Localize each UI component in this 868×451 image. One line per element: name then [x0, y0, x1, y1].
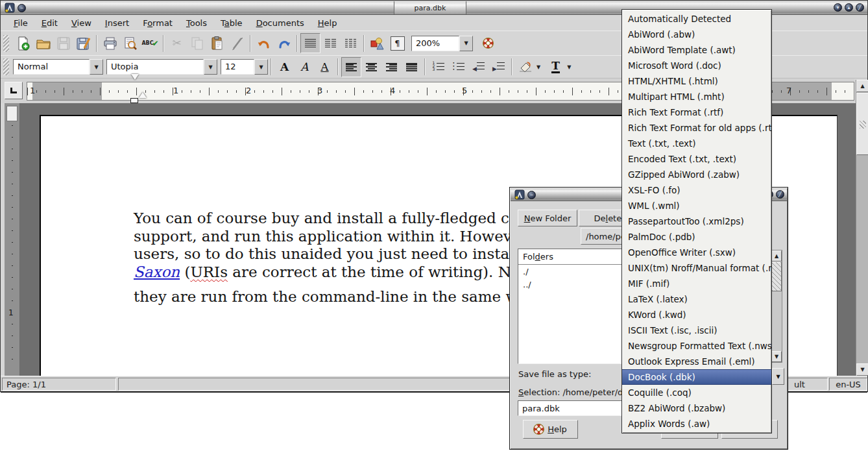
window-menu-button[interactable]: ‒: [18, 4, 26, 12]
align-center-button[interactable]: [361, 57, 381, 77]
dialog-window-menu-button[interactable]: ‒: [527, 191, 536, 199]
highlight-color-button[interactable]: [515, 57, 535, 77]
highlight-dropdown-arrow[interactable]: ▼: [536, 64, 540, 70]
menubar-item[interactable]: Edit: [35, 17, 65, 29]
scroll-up-button[interactable]: ▲: [856, 80, 868, 92]
one-column-view-button[interactable]: [300, 33, 320, 53]
dialog-close-button[interactable]: ╱: [776, 190, 784, 199]
menubar-item[interactable]: Tools: [180, 17, 214, 29]
format-menu-item[interactable]: Outlook Express Email (.eml): [622, 354, 771, 369]
format-menu-item[interactable]: PassepartoutToo (.xml2ps): [622, 213, 771, 229]
menubar-item[interactable]: Documents: [250, 17, 311, 29]
bold-button[interactable]: A: [274, 57, 295, 77]
underline-button[interactable]: A: [315, 57, 335, 77]
decrease-indent-button[interactable]: ◀: [468, 57, 488, 77]
format-menu-item[interactable]: Text (.txt, .text): [622, 136, 771, 151]
menubar-item[interactable]: Table: [214, 17, 250, 29]
saxon-hyperlink[interactable]: Saxon: [134, 263, 180, 280]
align-justify-button[interactable]: [402, 57, 422, 77]
copy-button[interactable]: [187, 33, 207, 53]
dialog-help-button[interactable]: Help: [523, 420, 578, 439]
format-menu-item[interactable]: Encoded Text (.txt, .text): [622, 151, 771, 167]
open-file-button[interactable]: [33, 33, 53, 53]
save-button[interactable]: [53, 33, 73, 53]
format-menu-item[interactable]: Rich Text Format (.rtf): [622, 104, 771, 120]
menubar-item[interactable]: Help: [311, 17, 344, 29]
format-menu-item[interactable]: Applix Words (.aw): [622, 416, 771, 432]
format-menu-item[interactable]: Microsoft Word (.doc): [622, 58, 771, 73]
save-as-button[interactable]: [73, 33, 93, 53]
stylus-button[interactable]: [227, 33, 247, 53]
format-menu-item[interactable]: Automatically Detected: [622, 11, 771, 27]
insert-graphic-button[interactable]: [367, 33, 387, 53]
toolbar-grip[interactable]: [3, 35, 9, 52]
italic-button[interactable]: A: [295, 57, 315, 77]
format-menu-item[interactable]: WML (.wml): [622, 198, 771, 213]
scroll-down-button[interactable]: ▼: [856, 363, 868, 376]
two-column-view-button[interactable]: [320, 33, 341, 53]
format-menu-item[interactable]: HTML/XHTML (.html): [622, 73, 771, 89]
format-menu-item[interactable]: AbiWord Template (.awt): [622, 42, 771, 58]
font-dropdown-arrow[interactable]: ▼: [204, 59, 217, 75]
tab-stop-selector-button[interactable]: [5, 82, 23, 99]
format-menu-item[interactable]: KWord (.kwd): [622, 307, 771, 323]
numbered-list-button[interactable]: 123: [428, 57, 448, 77]
menubar-item[interactable]: File: [7, 17, 35, 29]
files-scroll-down-button[interactable]: ▼: [771, 351, 782, 362]
minimize-button[interactable]: ▾: [834, 3, 842, 12]
format-menu-item[interactable]: Rich Text Format for old apps (.rtf): [622, 120, 771, 136]
zoom-dropdown-arrow[interactable]: ▼: [459, 36, 473, 51]
file-type-dropdown-arrow[interactable]: ▼: [772, 368, 784, 385]
zoom-value[interactable]: 200%: [411, 36, 459, 51]
font-color-button[interactable]: T: [546, 57, 566, 77]
format-menu-item[interactable]: Multipart HTML (.mht): [622, 89, 771, 104]
format-menu-item[interactable]: MIF (.mif): [622, 276, 771, 291]
help-button[interactable]: [478, 33, 498, 53]
paste-button[interactable]: [207, 33, 227, 53]
new-document-button[interactable]: [13, 33, 33, 53]
increase-indent-button[interactable]: ▶: [488, 57, 509, 77]
files-list-scrollbar[interactable]: ▲ ▼: [771, 250, 782, 363]
style-dropdown-arrow[interactable]: ▼: [90, 59, 103, 75]
three-column-view-button[interactable]: [341, 33, 361, 53]
cut-button[interactable]: ✂: [167, 33, 187, 53]
style-value[interactable]: Normal: [13, 59, 90, 75]
first-line-indent-marker[interactable]: [131, 80, 139, 92]
format-menu-item[interactable]: AbiWord (.abw): [622, 27, 771, 42]
files-scrollbar-thumb[interactable]: [771, 262, 782, 291]
show-formatting-button[interactable]: ¶: [387, 33, 407, 53]
font-color-dropdown-arrow[interactable]: ▼: [567, 64, 571, 70]
print-button[interactable]: [100, 33, 120, 53]
vertical-ruler[interactable]: 1: [5, 103, 20, 376]
menubar-item[interactable]: Format: [136, 17, 180, 29]
size-value[interactable]: 12: [221, 59, 254, 75]
format-menu-item[interactable]: PalmDoc (.pdb): [622, 229, 771, 245]
format-menu-item[interactable]: BZ2 AbiWord (.bzabw): [622, 400, 771, 416]
new-folder-button[interactable]: New Folder: [518, 210, 577, 226]
format-menu-item[interactable]: XSL-FO (.fo): [622, 182, 771, 198]
format-menu-item[interactable]: OpenOffice Writer (.sxw): [622, 245, 771, 260]
menubar-item[interactable]: View: [65, 17, 99, 29]
align-right-button[interactable]: [381, 57, 402, 77]
size-dropdown-arrow[interactable]: ▼: [254, 59, 268, 75]
redo-button[interactable]: [274, 33, 294, 53]
maximize-button[interactable]: ▴: [845, 3, 853, 12]
format-menu-item[interactable]: UNIX(tm) Nroff/Manual format (.nroff): [622, 260, 771, 276]
undo-button[interactable]: [254, 33, 274, 53]
format-menu-item[interactable]: GZipped AbiWord (.zabw): [622, 167, 771, 182]
font-value[interactable]: Utopia: [106, 59, 204, 75]
left-indent-marker[interactable]: [130, 98, 138, 103]
spellcheck-button[interactable]: ABC✔: [140, 33, 160, 53]
format-menu-item[interactable]: Newsgroup Formatted Text (.nws): [622, 338, 771, 354]
files-scroll-up-button[interactable]: ▲: [771, 250, 782, 262]
format-menu-item[interactable]: Coquille (.coq): [622, 385, 771, 400]
format-menu-item[interactable]: LaTeX (.latex): [622, 291, 771, 307]
align-left-button[interactable]: [341, 57, 361, 77]
print-preview-button[interactable]: [120, 33, 140, 53]
vertical-scrollbar[interactable]: ▲ ▼: [856, 80, 868, 376]
format-menu-item[interactable]: ISCII Text (.isc, .iscii): [622, 323, 771, 338]
format-menu-item[interactable]: DocBook (.dbk): [622, 369, 771, 385]
close-button[interactable]: ╱: [856, 3, 864, 12]
scrollbar-thumb[interactable]: [856, 93, 868, 155]
bulleted-list-button[interactable]: •••: [448, 57, 468, 77]
